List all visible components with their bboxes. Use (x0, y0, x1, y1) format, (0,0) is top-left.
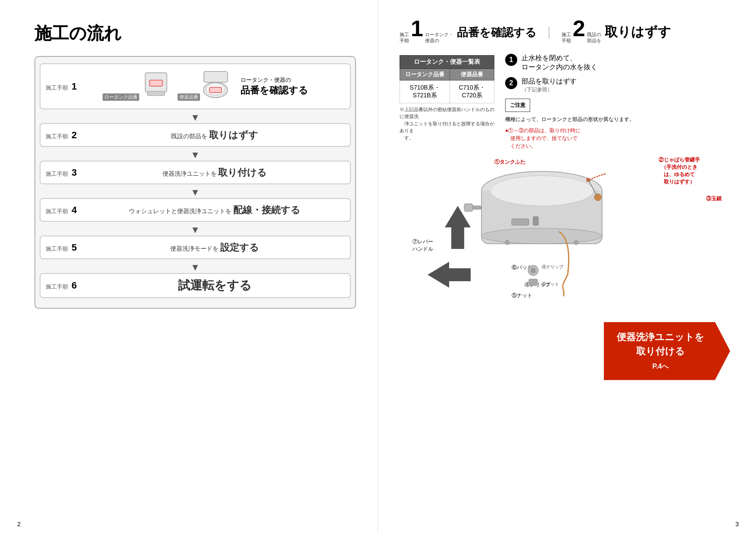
step1-header-title: 品番を確認する (457, 25, 537, 40)
arrow-5: ▼ (40, 263, 351, 272)
step-text-2: 部品を取りはずす （下記参照） (522, 77, 577, 93)
svg-point-10 (481, 228, 602, 244)
right-header: 施工手順 1 ロータンク・便器の 品番を確認する | 施工手順 2 既設の部品を… (400, 17, 734, 44)
step1-desc-bold: 品番を確認する (241, 84, 308, 97)
toilet-img-box: 便器品番 品番 (178, 71, 230, 102)
step2-label: 施工手順 (46, 133, 68, 140)
flow-step-1: 施工手順 1 ロータンク品番 品番 (40, 63, 351, 109)
table-col2-header: 便器品番 (450, 68, 494, 80)
table-col: ロータンク・便器一覧表 ロータンク品番 便器品番 S710B系・S721B系 C… (400, 52, 494, 150)
table-cell-col2: C710系・C720系 (450, 80, 494, 103)
step2-item-label: 既設の部品を (587, 31, 601, 44)
step3-number: 3 (72, 167, 77, 178)
step-circle-2: 2 (505, 77, 517, 89)
flow-step-2: 施工手順 2 既設の部品を 取りはずす (40, 123, 351, 147)
svg-rect-26 (529, 279, 537, 286)
svg-rect-1 (147, 91, 165, 96)
tank-label: ロータンク品番 (103, 93, 139, 101)
next-btn-line1: 便器洗浄ユニットを (617, 332, 704, 342)
svg-marker-21 (445, 206, 471, 249)
step1-text: 止水栓を閉めて、ロータンク内の水を抜く (522, 54, 597, 72)
right-body: ロータンク・便器一覧表 ロータンク品番 便器品番 S710B系・S721B系 C… (400, 52, 734, 150)
step5-label: 施工手順 (46, 245, 68, 253)
table-header: ロータンク・便器一覧表 (400, 55, 494, 68)
step1-number: 1 (72, 81, 77, 92)
step1-label: 施工手順 (46, 84, 68, 92)
next-btn-line3: P.4へ (653, 363, 669, 370)
svg-rect-18 (533, 217, 538, 225)
step2-sub-text: （下記参照） (522, 86, 577, 93)
procedure-col: 1 止水栓を閉めて、ロータンク内の水を抜く 2 部品を取りはずす （下記参照） (505, 52, 734, 150)
arrow-2: ▼ (40, 150, 351, 160)
step-text-1: 止水栓を閉めて、ロータンク内の水を抜く (522, 54, 597, 72)
step2-content: 既設の部品を 取りはずす (84, 129, 345, 142)
red-note: ●①～③の部品は、取り付け時に 使用しますので、捨てないで ください。 (505, 127, 734, 150)
toilet-diagram-svg: ④クリップ ⑤ナット (425, 154, 641, 314)
svg-rect-13 (464, 204, 473, 211)
right-steps: 1 止水栓を閉めて、ロータンク内の水を抜く 2 部品を取りはずす （下記参照） (505, 54, 734, 93)
step3-label: 施工手順 (46, 170, 68, 178)
step2-number: 2 (72, 130, 77, 141)
svg-marker-22 (428, 262, 471, 288)
step2-header-block: 施工手順 2 既設の部品を 取りはずす (562, 17, 671, 44)
caution-area: ご注意 機種によって、ロータンクと部品の形状が異なります。 (505, 99, 734, 123)
table-col1-header: ロータンク品番 (400, 68, 450, 80)
tank-img-box: ロータンク品番 品番 (103, 71, 171, 102)
arrow-4: ▼ (40, 225, 351, 235)
svg-point-11 (490, 176, 594, 206)
diagram-area: ①タンクふた ②じゃばら管継手（手洗付のときは、ゆるめて取りはずす） ③玉鎖 ⑦… (400, 154, 734, 318)
step6-content: 試運転をする (84, 277, 345, 294)
step2-prefix: 既設の部品を (171, 133, 207, 140)
table-cell-col1: S710B系・S721B系 (400, 80, 450, 103)
step2-main-text: 部品を取りはずす (522, 77, 577, 86)
svg-point-19 (505, 240, 509, 245)
step2-header-num: 2 (573, 17, 585, 40)
step4-label: 施工手順 (46, 208, 68, 215)
step1-description: ロータンク・便器の 品番を確認する (241, 71, 308, 102)
tank-table: ロータンク・便器一覧表 ロータンク品番 便器品番 S710B系・S721B系 C… (400, 55, 494, 103)
next-button[interactable]: 便器洗浄ユニットを 取り付ける P.4へ (604, 322, 730, 380)
svg-rect-3 (150, 80, 162, 86)
step3-bold: 取り付ける (218, 167, 267, 178)
svg-point-24 (531, 268, 536, 273)
step4-prefix: ウォシュレットと便器洗浄ユニットを (129, 208, 231, 214)
step-circle-1: 1 (505, 54, 517, 66)
main-title: 施工の流れ (34, 22, 356, 45)
flow-step-3: 施工手順 3 便器洗浄ユニットを 取り付ける (40, 161, 351, 184)
step4-bold: 配線・接続する (233, 205, 300, 215)
flow-step-5: 施工手順 5 便器洗浄モードを 設定する (40, 236, 351, 259)
toilet-label: 便器品番 (178, 93, 200, 101)
arrow-1: ▼ (40, 113, 351, 122)
svg-rect-8 (209, 87, 222, 93)
step2-header-title: 取りはずす (605, 23, 671, 41)
toilet-illustration: 品番 (202, 71, 230, 99)
red-note-area: ●①～③の部品は、取り付け時に 使用しますので、捨てないで ください。 (505, 127, 734, 150)
flow-container: 施工手順 1 ロータンク品番 品番 (34, 56, 356, 309)
table-note: ※上記品番以外の密結便器前ハンドルのものに便器洗 浄ユニットを取り付けると故障す… (400, 106, 494, 142)
step4-number: 4 (72, 205, 77, 216)
svg-rect-4 (204, 71, 228, 82)
step1-desc-prefix: ロータンク・便器の (241, 76, 308, 84)
caution-title: ご注意 (510, 102, 525, 108)
step2-bold: 取りはずす (209, 130, 258, 140)
page-num-left: 2 (17, 521, 21, 528)
step5-bold: 設定する (220, 242, 259, 253)
svg-text:④クリップ: ④クリップ (542, 264, 564, 269)
step3-prefix: 便器洗浄ユニットを (162, 170, 217, 177)
step3-content: 便器洗浄ユニットを 取り付ける (84, 166, 345, 179)
bellows-label: ②じゃばら管継手（手洗付のときは、ゆるめて取りはずす） (659, 156, 700, 186)
step1-header-block: 施工手順 1 ロータンク・便器の 品番を確認する (400, 17, 537, 44)
step6-bold: 試運転をする (178, 279, 252, 292)
step6-number: 6 (72, 280, 77, 291)
svg-text:⑤ナット: ⑤ナット (542, 282, 559, 286)
arrow-3: ▼ (40, 188, 351, 197)
step5-prefix: 便器洗浄モードを (170, 245, 219, 252)
step1-header-num: 1 (411, 17, 423, 40)
header-divider: | (547, 25, 551, 39)
next-btn-line2: 取り付ける (636, 346, 685, 357)
caution-box: ご注意 (505, 99, 530, 112)
step6-label: 施工手順 (46, 283, 68, 291)
tank-illustration: 品番 (141, 71, 171, 99)
table-row: S710B系・S721B系 C710系・C720系 (400, 80, 494, 103)
step1-proc-label: 施工手順 (400, 31, 409, 44)
